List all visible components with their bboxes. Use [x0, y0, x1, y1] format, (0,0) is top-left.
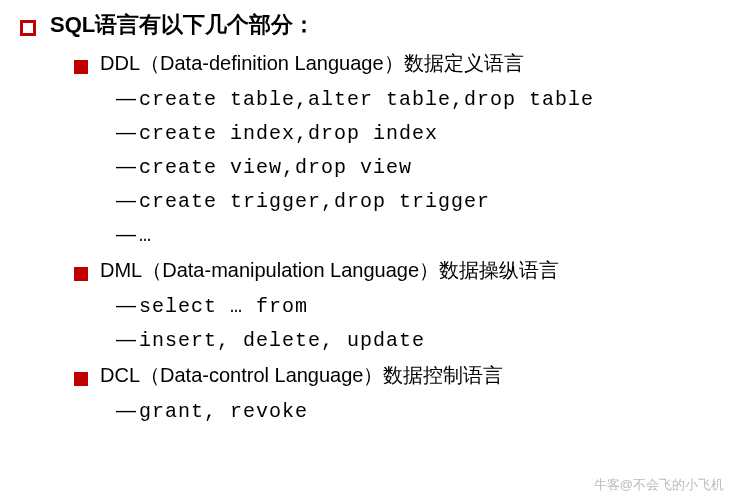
dash-icon: — [116, 189, 137, 212]
list-item: —grant, revoke [116, 399, 714, 423]
section-heading: DDL（Data-definition Language）数据定义语言 [74, 50, 714, 77]
section-heading-text: DDL（Data-definition Language）数据定义语言 [100, 50, 524, 77]
list-item: —create index,drop index [116, 121, 714, 145]
dash-icon: — [116, 328, 137, 351]
title-row: SQL语言有以下几个部分： [20, 10, 714, 40]
section-heading-text: DML（Data-manipulation Language）数据操纵语言 [100, 257, 559, 284]
dash-icon: — [116, 155, 137, 178]
item-text: create trigger,drop trigger [139, 190, 490, 213]
item-text: grant, revoke [139, 400, 308, 423]
item-text: create table,alter table,drop table [139, 88, 594, 111]
square-solid-icon [74, 60, 88, 74]
item-text: … [139, 224, 152, 247]
square-solid-icon [74, 267, 88, 281]
dash-icon: — [116, 87, 137, 110]
item-text: select … from [139, 295, 308, 318]
dash-icon: — [116, 121, 137, 144]
dash-icon: — [116, 223, 137, 246]
list-item: —… [116, 223, 714, 247]
list-item: —select … from [116, 294, 714, 318]
section-heading-text: DCL（Data-control Language）数据控制语言 [100, 362, 504, 389]
square-outline-icon [20, 20, 36, 36]
item-text: create view,drop view [139, 156, 412, 179]
page-title: SQL语言有以下几个部分： [50, 10, 315, 40]
item-text: create index,drop index [139, 122, 438, 145]
list-item: —create view,drop view [116, 155, 714, 179]
section-heading: DCL（Data-control Language）数据控制语言 [74, 362, 714, 389]
dash-icon: — [116, 294, 137, 317]
list-item: —insert, delete, update [116, 328, 714, 352]
square-solid-icon [74, 372, 88, 386]
dash-icon: — [116, 399, 137, 422]
section-heading: DML（Data-manipulation Language）数据操纵语言 [74, 257, 714, 284]
list-item: —create trigger,drop trigger [116, 189, 714, 213]
list-item: —create table,alter table,drop table [116, 87, 714, 111]
item-text: insert, delete, update [139, 329, 425, 352]
